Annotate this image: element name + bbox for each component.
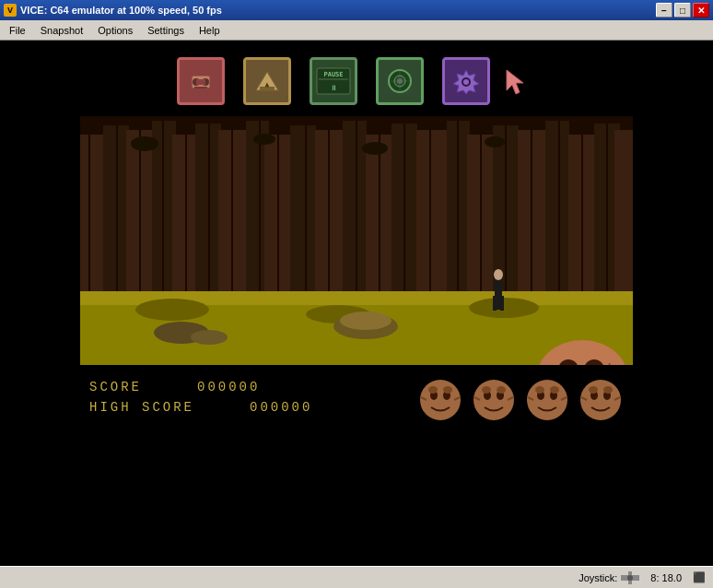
svg-rect-4 xyxy=(194,87,207,88)
life-face-1 xyxy=(417,377,463,423)
lives-indicator xyxy=(417,372,633,423)
score-row: SCORE 000000 xyxy=(89,380,417,394)
svg-point-81 xyxy=(494,269,503,280)
title-bar-buttons: − □ ✕ xyxy=(656,3,709,18)
svg-point-113 xyxy=(550,386,559,394)
game-screen[interactable] xyxy=(80,116,633,365)
svg-text:PAUSE: PAUSE xyxy=(323,71,343,78)
joystick-icon xyxy=(621,571,639,584)
svg-point-73 xyxy=(135,299,209,321)
menu-bar: File Snapshot Options Settings Help xyxy=(0,20,713,41)
svg-point-105 xyxy=(482,386,491,394)
menu-options[interactable]: Options xyxy=(90,23,140,38)
svg-rect-83 xyxy=(500,296,504,311)
maximize-button[interactable]: □ xyxy=(674,3,691,18)
title-bar-text: VICE: C64 emulator at 100% speed, 50 fps xyxy=(20,5,222,16)
pause-icon-button[interactable]: PAUSE ⏸ xyxy=(310,57,357,105)
svg-point-112 xyxy=(535,386,544,394)
minimize-button[interactable]: − xyxy=(656,3,672,18)
menu-settings[interactable]: Settings xyxy=(140,23,192,38)
settings-icon-button[interactable] xyxy=(442,57,490,105)
cursor-indicator xyxy=(499,63,536,100)
svg-rect-44 xyxy=(614,130,633,300)
toolbar-row: ▲ PAUSE ⏸ xyxy=(177,41,536,116)
svg-point-98 xyxy=(428,386,438,394)
disk-icon-button[interactable] xyxy=(376,57,424,105)
svg-text:⏸: ⏸ xyxy=(330,84,337,92)
joystick-label: Joystick: xyxy=(579,572,617,583)
title-bar: V VICE: C64 emulator at 100% speed, 50 f… xyxy=(0,0,713,20)
score-value: 000000 xyxy=(197,380,260,394)
svg-rect-31 xyxy=(290,125,316,300)
title-bar-title-area: V VICE: C64 emulator at 100% speed, 50 f… xyxy=(4,4,222,17)
menu-file[interactable]: File xyxy=(2,23,33,38)
emulator-content: ▲ PAUSE ⏸ xyxy=(0,41,713,566)
cartridge-icon-button[interactable]: ▲ xyxy=(243,57,291,105)
svg-point-67 xyxy=(131,136,158,151)
menu-snapshot[interactable]: Snapshot xyxy=(33,23,90,38)
status-bar: Joystick: 8: 18.0 ⬛ xyxy=(0,566,713,588)
life-face-3 xyxy=(524,377,570,423)
menu-help[interactable]: Help xyxy=(192,23,228,38)
svg-point-69 xyxy=(362,142,388,155)
svg-point-125 xyxy=(627,575,633,581)
speed-display: 8: 18.0 xyxy=(650,572,682,583)
svg-point-106 xyxy=(497,386,506,394)
high-score-value: 000000 xyxy=(250,400,312,415)
svg-rect-28 xyxy=(218,130,251,300)
svg-point-19 xyxy=(463,79,469,85)
svg-point-79 xyxy=(340,312,392,330)
svg-text:▲: ▲ xyxy=(265,80,270,88)
svg-point-68 xyxy=(253,134,275,145)
score-label: SCORE xyxy=(89,380,142,394)
svg-point-99 xyxy=(443,386,452,394)
svg-rect-82 xyxy=(493,296,497,311)
svg-rect-41 xyxy=(545,121,569,300)
close-button[interactable]: ✕ xyxy=(693,3,709,18)
svg-rect-36 xyxy=(416,130,449,300)
hud-area: SCORE 000000 HIGH SCORE 000000 xyxy=(80,365,633,430)
high-score-row: HIGH SCORE 000000 xyxy=(89,400,417,415)
joystick-status: Joystick: xyxy=(579,571,639,584)
svg-marker-20 xyxy=(507,70,523,94)
hud-text-section: SCORE 000000 HIGH SCORE 000000 xyxy=(80,375,417,420)
indicator-icon: ⬛ xyxy=(693,571,706,583)
tape-icon-button[interactable] xyxy=(177,57,225,105)
svg-point-120 xyxy=(603,386,613,394)
svg-rect-3 xyxy=(196,79,205,85)
svg-point-77 xyxy=(191,330,228,345)
life-face-2 xyxy=(471,377,517,423)
life-face-4 xyxy=(578,377,624,423)
svg-point-70 xyxy=(485,136,505,147)
svg-point-119 xyxy=(589,386,598,394)
high-score-label: HIGH SCORE xyxy=(89,400,194,415)
app-icon: V xyxy=(4,4,17,17)
